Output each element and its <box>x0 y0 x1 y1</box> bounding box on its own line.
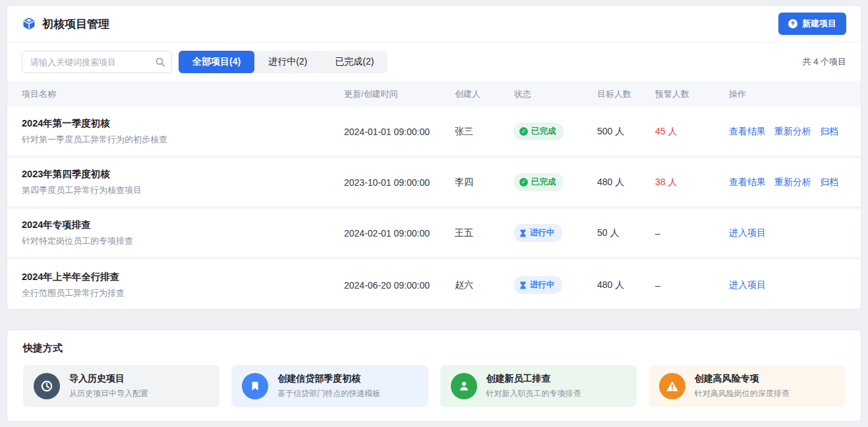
check-circle-icon: ✓ <box>519 178 528 186</box>
toolbar: 全部项目(4) 进行中(2) 已完成(2) 共 4 个项目 <box>7 42 861 81</box>
status-badge: 进行中 <box>514 276 562 294</box>
shortcut-subtitle: 针对高风险岗位的深度排查 <box>695 388 790 399</box>
warning-count: – <box>655 280 729 291</box>
shortcut-title: 创建高风险专项 <box>695 373 790 385</box>
action-reanalyze[interactable]: 重新分析 <box>774 126 811 136</box>
search-icon[interactable] <box>155 57 165 70</box>
clock-icon <box>34 373 60 399</box>
hourglass-icon <box>519 281 527 289</box>
project-name: 2024年上半年全行排查 <box>22 271 344 283</box>
main-panel: 初核项目管理 + 新建项目 全部项目(4) 进行中(2) 已完成(2) 共 4 … <box>7 5 861 310</box>
col-target: 目标人数 <box>597 88 655 100</box>
project-description: 全行范围员工异常行为排查 <box>22 287 344 299</box>
project-description: 第四季度员工异常行为核查项目 <box>22 185 344 196</box>
search-box <box>22 51 172 73</box>
target-count: 480 人 <box>597 177 655 188</box>
action-enter-project[interactable]: 进入项目 <box>729 227 766 238</box>
box-icon <box>22 16 36 31</box>
warning-count: – <box>655 228 729 239</box>
status-badge: 进行中 <box>514 224 562 242</box>
col-status: 状态 <box>514 88 597 100</box>
target-count: 50 人 <box>597 227 655 239</box>
shortcuts-title: 快捷方式 <box>23 342 845 355</box>
table-header: 项目名称 更新/创建时间 创建人 状态 目标人数 预警人数 操作 <box>7 81 861 107</box>
col-actions: 操作 <box>729 88 846 100</box>
row-actions: 查看结果重新分析归档 <box>729 125 846 138</box>
col-time: 更新/创建时间 <box>344 88 455 100</box>
status-badge: ✓ 已完成 <box>514 173 564 191</box>
warning-count: 38 人 <box>655 177 729 188</box>
project-time: 2024-02-01 09:00:00 <box>344 228 455 239</box>
col-warning: 预警人数 <box>655 88 729 100</box>
project-description: 针对特定岗位员工的专项排查 <box>22 235 344 247</box>
project-name: 2024年专项排查 <box>22 219 344 231</box>
project-name: 2023年第四季度初核 <box>22 168 344 181</box>
project-creator: 王五 <box>455 227 514 239</box>
shortcut-title: 创建新员工排查 <box>486 373 581 385</box>
col-creator: 创建人 <box>455 88 514 100</box>
shortcut-card-credit-dept-review[interactable]: 创建信贷部季度初核 基于信贷部门特点的快速模板 <box>231 365 428 407</box>
project-time: 2024-06-20 09:00:00 <box>344 280 455 291</box>
tab-all-projects[interactable]: 全部项目(4) <box>179 51 254 73</box>
project-time: 2024-01-01 09:00:00 <box>344 127 455 137</box>
shortcut-subtitle: 从历史项目中导入配置 <box>69 388 148 399</box>
row-actions: 查看结果重新分析归档 <box>729 176 846 188</box>
page-title: 初核项目管理 <box>22 16 109 32</box>
shortcut-card-new-employee-check[interactable]: 创建新员工排查 针对新入职员工的专项排查 <box>440 365 637 407</box>
tab-in-progress[interactable]: 进行中(2) <box>254 51 321 73</box>
shortcut-card-high-risk-special[interactable]: 创建高风险专项 针对高风险岗位的深度排查 <box>649 365 845 407</box>
shortcut-title: 创建信贷部季度初核 <box>277 373 380 385</box>
row-actions: 进入项目 <box>729 227 846 239</box>
table-row: 2024年上半年全行排查 全行范围员工异常行为排查 2024-06-20 09:… <box>7 260 861 310</box>
project-name: 2024年第一季度初核 <box>22 117 344 130</box>
shortcut-card-import-history[interactable]: 导入历史项目 从历史项目中导入配置 <box>23 365 219 407</box>
filter-tabs: 全部项目(4) 进行中(2) 已完成(2) <box>179 51 388 73</box>
status-badge: ✓ 已完成 <box>514 123 564 140</box>
search-input[interactable] <box>22 51 172 73</box>
project-time: 2023-10-01 09:00:00 <box>344 177 455 188</box>
user-icon <box>451 373 477 399</box>
action-reanalyze[interactable]: 重新分析 <box>774 177 811 187</box>
shortcut-cards: 导入历史项目 从历史项目中导入配置 创建信贷部季度初核 基于信贷部门特点的快速模… <box>23 365 845 407</box>
action-view-results[interactable]: 查看结果 <box>729 177 766 187</box>
table-row: 2023年第四季度初核 第四季度员工异常行为核查项目 2023-10-01 09… <box>7 158 861 209</box>
shortcuts-panel: 快捷方式 导入历史项目 从历史项目中导入配置 创建信贷部季度初核 <box>7 329 861 422</box>
project-creator: 李四 <box>455 177 514 188</box>
action-enter-project[interactable]: 进入项目 <box>729 279 766 290</box>
project-creator: 张三 <box>455 126 514 138</box>
target-count: 500 人 <box>597 126 655 138</box>
project-description: 针对第一季度员工异常行为的初步核查 <box>22 134 344 146</box>
warning-triangle-icon <box>659 373 685 399</box>
table-row: 2024年第一季度初核 针对第一季度员工异常行为的初步核查 2024-01-01… <box>7 107 861 158</box>
col-project-name: 项目名称 <box>22 88 344 100</box>
shortcut-title: 导入历史项目 <box>69 373 148 385</box>
table-row: 2024年专项排查 针对特定岗位员工的专项排查 2024-02-01 09:00… <box>7 209 861 260</box>
row-actions: 进入项目 <box>729 279 846 291</box>
action-archive[interactable]: 归档 <box>820 177 838 187</box>
tab-completed[interactable]: 已完成(2) <box>321 51 388 73</box>
target-count: 480 人 <box>597 279 655 291</box>
action-archive[interactable]: 归档 <box>820 126 838 136</box>
plus-circle-icon: + <box>788 19 797 28</box>
action-view-results[interactable]: 查看结果 <box>729 126 766 136</box>
warning-count: 45 人 <box>655 126 729 138</box>
hourglass-icon <box>519 229 527 237</box>
page-header: 初核项目管理 + 新建项目 <box>7 6 861 42</box>
bookmark-icon <box>242 373 268 399</box>
shortcut-subtitle: 基于信贷部门特点的快速模板 <box>277 388 380 399</box>
check-circle-icon: ✓ <box>519 127 528 136</box>
new-project-button[interactable]: + 新建项目 <box>778 13 846 35</box>
shortcut-subtitle: 针对新入职员工的专项排查 <box>486 388 581 399</box>
project-creator: 赵六 <box>455 279 514 291</box>
total-count: 共 4 个项目 <box>803 56 846 68</box>
